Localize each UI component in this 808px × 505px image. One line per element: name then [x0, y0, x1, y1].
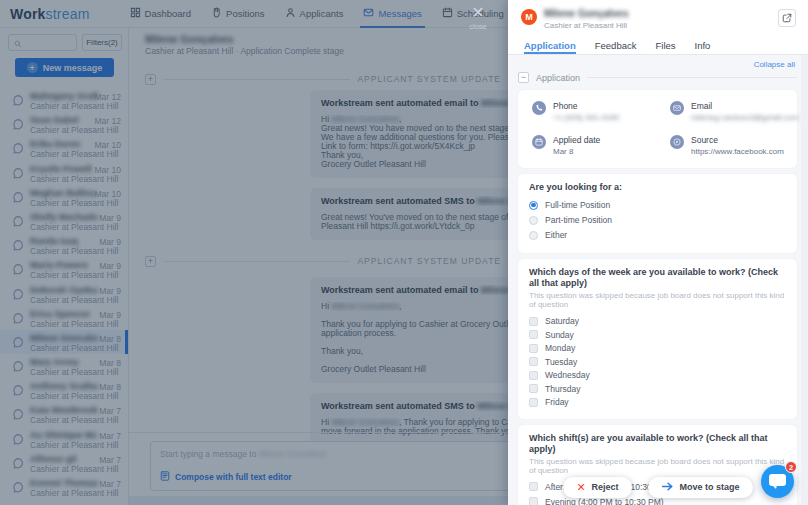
contact-value: mileneg.cardoso3@gmail.com [691, 113, 799, 122]
question-text: Which shift(s) are you available to work… [529, 433, 786, 455]
option-label: Either [545, 230, 567, 240]
calendar-icon [532, 135, 546, 149]
contact-label: Applied date [553, 135, 600, 145]
tab-feedback[interactable]: Feedback [595, 36, 637, 54]
options-list: Full-time PositionPart-time PositionEith… [529, 200, 786, 240]
option-label: Full-time Position [545, 200, 610, 210]
question-text: Which days of the week are you available… [529, 267, 786, 289]
collapse-section-toggle[interactable]: − [518, 72, 529, 83]
external-link-icon [782, 9, 792, 27]
tab-files[interactable]: Files [655, 36, 675, 54]
checkbox-unchecked[interactable] [529, 371, 538, 380]
option-row: Part-time Position [529, 215, 786, 225]
applicant-subtitle: Cashier at Pleasant Hill [544, 21, 627, 30]
contact-grid: Phone+1 (925) 391-4169Emailmileneg.cardo… [529, 98, 786, 160]
workstream-app: Workstream DashboardPositionsApplicantsM… [0, 0, 808, 505]
option-row: Full-time Position [529, 200, 786, 210]
checkbox-unchecked[interactable] [529, 344, 538, 353]
compass-icon [670, 135, 684, 149]
phone-icon [532, 101, 546, 115]
close-label: close [465, 22, 491, 31]
option-row: Saturday [529, 316, 786, 326]
radio-unselected[interactable] [529, 216, 538, 225]
contact-value: Mar 8 [553, 147, 600, 156]
contact-label: Email [691, 101, 799, 111]
application-section-header: − Application [518, 72, 797, 83]
contact-value: +1 (925) 391-4169 [553, 113, 619, 122]
radio-selected[interactable] [529, 201, 538, 210]
checkbox-unchecked[interactable] [529, 330, 538, 339]
option-label: Wednesday [545, 370, 590, 380]
open-profile-button[interactable] [778, 9, 796, 27]
option-label: Friday [545, 397, 569, 407]
option-label: Monday [545, 343, 575, 353]
option-row: Thursday [529, 384, 786, 394]
chat-unread-badge: 2 [785, 461, 797, 473]
tab-info[interactable]: Info [695, 36, 711, 54]
question-skip-note: This question was skipped because job bo… [529, 291, 786, 309]
checkbox-unchecked[interactable] [529, 357, 538, 366]
reject-label: Reject [592, 482, 619, 492]
question-cards: Are you looking for a:Full-time Position… [518, 174, 797, 505]
application-section-title: Application [536, 73, 580, 83]
close-drawer-button[interactable]: ✕ close [465, 5, 491, 31]
tab-application[interactable]: Application [524, 36, 576, 54]
option-label: Saturday [545, 316, 579, 326]
contact-label: Phone [553, 101, 619, 111]
contact-item-source: Sourcehttps://www.facebook.com [670, 135, 799, 156]
modal-dim-overlay[interactable]: ✕ close [0, 0, 508, 505]
contact-card: Phone+1 (925) 391-4169Emailmileneg.cardo… [518, 90, 797, 168]
option-row: Sunday [529, 330, 786, 340]
contact-label: Source [691, 135, 784, 145]
option-row: Tuesday [529, 357, 786, 367]
reject-button[interactable]: ✕ Reject [563, 477, 631, 498]
option-row: Friday [529, 397, 786, 407]
email-icon [670, 101, 684, 115]
checkbox-unchecked[interactable] [529, 317, 538, 326]
option-row: Wednesday [529, 370, 786, 380]
move-label: Move to stage [680, 482, 740, 492]
move-to-stage-button[interactable]: Move to stage [648, 477, 753, 498]
contact-item-email: Emailmileneg.cardoso3@gmail.com [670, 101, 799, 122]
options-list: SaturdaySundayMondayTuesdayWednesdayThur… [529, 316, 786, 407]
move-arrow-icon [661, 480, 674, 495]
option-label: Thursday [545, 384, 580, 394]
section-divider-line [587, 77, 797, 78]
avatar: M [521, 9, 537, 25]
contact-value: https://www.facebook.com [691, 147, 784, 156]
chat-bubble-icon [769, 474, 786, 486]
checkbox-unchecked[interactable] [529, 384, 538, 393]
applicant-body: Collapse all − Application Phone+1 (925)… [508, 55, 801, 505]
question-text: Are you looking for a: [529, 182, 786, 193]
applicant-drawer: M Milene Gonçalves Cashier at Pleasant H… [508, 0, 808, 505]
question-card: Are you looking for a:Full-time Position… [518, 174, 797, 253]
checkbox-unchecked[interactable] [529, 398, 538, 407]
option-label: Tuesday [545, 357, 577, 367]
applicant-header: M Milene Gonçalves Cashier at Pleasant H… [508, 0, 808, 36]
close-icon: ✕ [465, 5, 491, 21]
applicant-name: Milene Gonçalves [544, 8, 628, 19]
panel-scrollbar[interactable] [801, 55, 808, 505]
option-label: Sunday [545, 330, 574, 340]
radio-unselected[interactable] [529, 231, 538, 240]
option-row: Monday [529, 343, 786, 353]
applicant-tabs: ApplicationFeedbackFilesInfo [508, 36, 808, 55]
contact-item-phone: Phone+1 (925) 391-4169 [532, 101, 670, 122]
contact-item-applied-date: Applied dateMar 8 [532, 135, 670, 156]
collapse-all-link[interactable]: Collapse all [518, 60, 795, 69]
reject-x-icon: ✕ [576, 482, 585, 493]
question-card: Which days of the week are you available… [518, 259, 797, 419]
option-label: Part-time Position [545, 215, 612, 225]
chat-fab-button[interactable]: 2 [761, 465, 794, 498]
option-row: Either [529, 230, 786, 240]
